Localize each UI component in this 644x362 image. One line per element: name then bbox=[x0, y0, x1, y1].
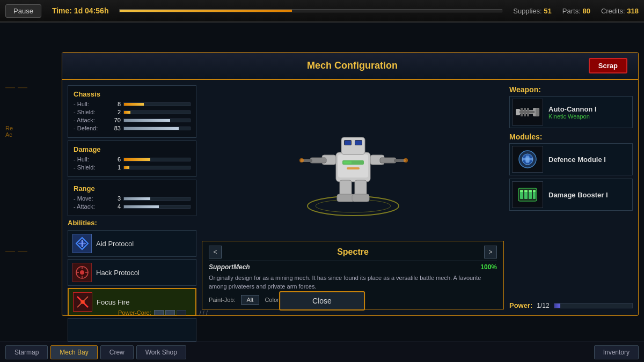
svg-rect-57 bbox=[524, 190, 528, 192]
weapon-section: Weapon: bbox=[509, 85, 633, 128]
svg-point-28 bbox=[299, 158, 304, 162]
attack-stat: - Attack: 70 bbox=[74, 117, 191, 123]
color-label: Color: bbox=[265, 297, 280, 303]
svg-rect-58 bbox=[529, 190, 532, 192]
ability-hack-protocol[interactable]: Hack Protocol bbox=[68, 259, 196, 286]
svg-rect-42 bbox=[536, 108, 539, 116]
time-value: 1d 04:56h bbox=[74, 6, 109, 15]
dmg-hull-stat: - Hull: 6 bbox=[74, 156, 191, 162]
autocannon-icon bbox=[514, 100, 541, 124]
svg-rect-43 bbox=[521, 108, 523, 116]
module-item-0[interactable]: Defence Module I bbox=[509, 143, 633, 175]
main-background: — — Re Ac — — Mech Configuration Scrap C… bbox=[0, 23, 644, 342]
svg-rect-45 bbox=[527, 108, 529, 116]
next-mech-button[interactable]: > bbox=[484, 246, 497, 258]
range-section: Range - Move: 3 - Attack: 4 bbox=[68, 180, 196, 216]
dialog-titlebar: Mech Configuration Scrap bbox=[62, 53, 638, 80]
shield-stat: - Shield: 2 bbox=[74, 109, 191, 115]
paint-value-button[interactable]: Alt bbox=[241, 295, 260, 305]
nav-workshop[interactable]: Work Shop bbox=[136, 345, 186, 359]
abilities-section: Abilities: Aid Protocol bbox=[68, 219, 196, 344]
defence-module-name: Defence Module I bbox=[548, 156, 606, 164]
prev-mech-button[interactable]: < bbox=[209, 246, 222, 258]
svg-rect-39 bbox=[516, 109, 520, 115]
nav-inventory[interactable]: Inventory bbox=[594, 345, 639, 359]
svg-rect-30 bbox=[380, 158, 396, 163]
hack-protocol-icon bbox=[72, 263, 92, 282]
power-core-slots bbox=[154, 310, 186, 315]
dialog-content: Chassis - Hull: 8 - Shield: 2 - Attack: … bbox=[62, 80, 638, 315]
bottom-nav: Starmap Mech Bay Crew Work Shop Inventor… bbox=[0, 342, 644, 362]
defence-module-svg bbox=[514, 147, 541, 171]
mech-description: Originally design for as a mining mech. … bbox=[209, 274, 497, 291]
mech-name: Spectre bbox=[224, 247, 481, 257]
equipment-spacer bbox=[509, 215, 633, 297]
modules-section: Modules: Defence Mod bbox=[509, 132, 633, 211]
ability-empty-slot bbox=[68, 318, 196, 342]
svg-point-13 bbox=[80, 300, 85, 304]
core-slot-3 bbox=[177, 310, 186, 315]
weapon-icon bbox=[512, 99, 543, 125]
paint-label: Paint-Job: bbox=[209, 297, 236, 303]
time-label: Time: bbox=[52, 6, 72, 15]
mech-artwork bbox=[289, 99, 418, 227]
move-stat: - Move: 3 bbox=[74, 195, 191, 202]
dmg-shield-stat: - Shield: 1 bbox=[74, 164, 191, 171]
svg-point-6 bbox=[80, 270, 84, 275]
core-slot-1 bbox=[154, 310, 164, 315]
svg-rect-36 bbox=[352, 194, 369, 202]
pause-button[interactable]: Pause bbox=[5, 4, 41, 18]
mech-panel: < Spectre > SupportMech 100% Originally … bbox=[202, 85, 504, 309]
damage-booster-name: Damage Booster I bbox=[548, 191, 608, 199]
credits-display: Credits: 318 bbox=[601, 7, 639, 15]
left-dash-1: — — bbox=[5, 82, 56, 93]
focus-fire-icon bbox=[73, 292, 92, 312]
ability-aid-protocol[interactable]: Aid Protocol bbox=[68, 230, 196, 257]
abilities-title: Abilities: bbox=[68, 219, 196, 227]
weapon-info: Auto-Cannon I Kinetic Weapon bbox=[548, 105, 597, 120]
mech-integrity: 100% bbox=[480, 263, 497, 271]
svg-rect-23 bbox=[345, 141, 351, 145]
chassis-title: Chassis bbox=[74, 90, 191, 98]
damage-title: Damage bbox=[74, 145, 191, 153]
parts-display: Parts: 80 bbox=[562, 7, 590, 15]
stats-panel: Chassis - Hull: 8 - Shield: 2 - Attack: … bbox=[68, 85, 196, 309]
dialog-title: Mech Configuration bbox=[116, 60, 589, 71]
nav-starmap[interactable]: Starmap bbox=[5, 345, 48, 359]
aid-protocol-label: Aid Protocol bbox=[96, 240, 134, 248]
supplies-display: Supplies: 51 bbox=[513, 7, 552, 15]
nav-crew[interactable]: Crew bbox=[100, 345, 134, 359]
chassis-section: Chassis - Hull: 8 - Shield: 2 - Attack: … bbox=[68, 85, 196, 138]
weapon-name: Auto-Cannon I bbox=[548, 105, 597, 113]
core-separator: / / / bbox=[200, 309, 208, 316]
power-core-label: Power-Core: bbox=[118, 309, 151, 316]
svg-rect-56 bbox=[520, 190, 523, 192]
svg-rect-26 bbox=[310, 158, 326, 163]
hull-stat: - Hull: 8 bbox=[74, 101, 191, 107]
svg-rect-35 bbox=[337, 194, 354, 202]
weapon-type: Kinetic Weapon bbox=[548, 113, 597, 120]
resources: Supplies: 51 Parts: 80 Credits: 318 bbox=[513, 7, 639, 15]
svg-rect-50 bbox=[522, 158, 533, 160]
left-side-panel: — — Re Ac — — bbox=[0, 76, 62, 262]
power-bar-fill bbox=[554, 304, 561, 308]
weapon-item[interactable]: Auto-Cannon I Kinetic Weapon bbox=[509, 96, 633, 128]
power-core-bar: Power-Core: / / / bbox=[107, 308, 644, 317]
left-label-ac: Ac bbox=[5, 131, 56, 138]
scrap-button[interactable]: Scrap bbox=[589, 58, 627, 73]
modules-section-title: Modules: bbox=[509, 132, 633, 141]
core-slot-2 bbox=[165, 310, 175, 315]
damage-booster-info: Damage Booster I bbox=[548, 191, 608, 199]
defend-stat: - Defend: 83 bbox=[74, 125, 191, 131]
svg-rect-20 bbox=[341, 137, 365, 154]
range-title: Range bbox=[74, 184, 191, 193]
svg-rect-37 bbox=[347, 167, 360, 169]
nav-mechbay[interactable]: Mech Bay bbox=[50, 345, 97, 359]
weapon-section-title: Weapon: bbox=[509, 85, 633, 94]
module-item-1[interactable]: Damage Booster I bbox=[509, 179, 633, 211]
mech-name-row: < Spectre > bbox=[209, 246, 497, 261]
svg-rect-24 bbox=[355, 141, 362, 145]
time-progress-fill bbox=[120, 10, 291, 12]
defence-module-icon bbox=[512, 146, 543, 173]
damage-section: Damage - Hull: 6 - Shield: 1 bbox=[68, 141, 196, 177]
